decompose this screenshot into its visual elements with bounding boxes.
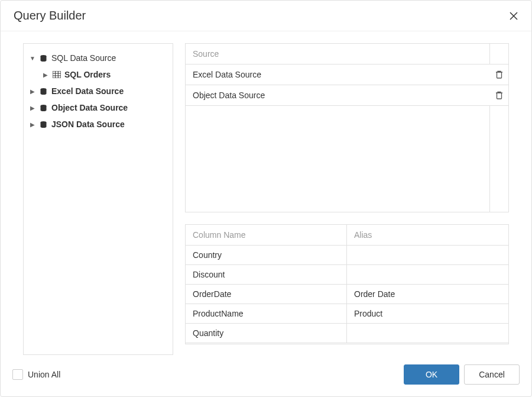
column-alias-cell[interactable]: Order Date: [347, 285, 508, 304]
chevron-right-icon: ▶: [30, 121, 35, 128]
tree-item-json-data-source[interactable]: ▶ JSON Data Source: [27, 116, 169, 133]
svg-rect-1: [53, 71, 61, 78]
chevron-right-icon: ▶: [30, 88, 35, 95]
database-icon: [39, 87, 48, 96]
column-alias-cell[interactable]: [347, 324, 508, 343]
column-alias-cell[interactable]: Product: [347, 304, 508, 323]
tree-item-label: Excel Data Source: [51, 86, 124, 96]
columns-grid: Column Name Alias Country Discount Order…: [185, 224, 509, 344]
tree-item-label: JSON Data Source: [51, 120, 125, 129]
columns-grid-body[interactable]: Country Discount OrderDate Order Date Pr…: [186, 246, 508, 344]
query-builder-dialog: Query Builder ▼ SQL Data Source ▶ SQL Or…: [0, 0, 532, 397]
database-icon: [39, 104, 48, 112]
chevron-right-icon: ▶: [43, 72, 48, 78]
dialog-title: Query Builder: [14, 9, 86, 22]
chevron-down-icon: ▼: [30, 55, 35, 62]
trash-icon: [495, 70, 503, 79]
columns-row[interactable]: Country: [186, 246, 508, 265]
delete-source-button[interactable]: [489, 85, 508, 105]
source-row[interactable]: Object Data Source: [186, 85, 508, 106]
dialog-header: Query Builder: [1, 1, 531, 31]
column-name-cell: Quantity: [186, 324, 347, 343]
columns-grid-header-row: Column Name Alias: [186, 225, 508, 246]
union-all-checkbox[interactable]: Union All: [12, 369, 60, 380]
column-name-cell: ProductName: [186, 304, 347, 323]
source-row[interactable]: Excel Data Source: [186, 64, 508, 85]
tree-item-label: Object Data Source: [51, 103, 128, 112]
column-name-cell: Discount: [186, 265, 347, 284]
tree-item-label: SQL Orders: [64, 70, 111, 79]
column-name-cell: Country: [186, 246, 347, 264]
tree-item-object-data-source[interactable]: ▶ Object Data Source: [27, 99, 169, 116]
column-alias-cell[interactable]: [347, 246, 508, 264]
data-source-tree: ▼ SQL Data Source ▶ SQL Orders ▶ Excel D…: [23, 43, 173, 355]
table-icon: [52, 70, 61, 79]
columns-row[interactable]: OrderDate Order Date: [186, 285, 508, 304]
column-alias-cell[interactable]: [347, 265, 508, 284]
source-row-label: Object Data Source: [186, 85, 489, 105]
database-icon: [39, 54, 48, 63]
source-action-header: [489, 44, 508, 64]
tree-item-label: SQL Data Source: [51, 53, 116, 63]
close-icon: [510, 12, 518, 20]
columns-row[interactable]: ProductName Product: [186, 304, 508, 324]
cancel-button[interactable]: Cancel: [464, 364, 520, 385]
chevron-right-icon: ▶: [30, 105, 35, 111]
checkbox-box: [12, 369, 23, 380]
union-all-label: Union All: [28, 370, 60, 379]
columns-row[interactable]: Quantity: [186, 324, 508, 343]
source-grid: Source Excel Data Source Object Data Sou…: [185, 43, 509, 212]
trash-icon: [495, 91, 503, 99]
source-row-label: Excel Data Source: [186, 64, 489, 85]
close-button[interactable]: [508, 10, 520, 22]
source-header: Source: [186, 44, 489, 64]
column-name-cell: OrderDate: [186, 285, 347, 304]
tree-item-sql-orders[interactable]: ▶ SQL Orders: [27, 66, 169, 83]
tree-item-sql-data-source[interactable]: ▼ SQL Data Source: [27, 50, 169, 66]
columns-row[interactable]: Discount: [186, 265, 508, 285]
column-name-header: Column Name: [186, 225, 347, 245]
alias-header: Alias: [347, 225, 508, 245]
delete-source-button[interactable]: [489, 64, 508, 85]
source-grid-body: [186, 106, 508, 212]
tree-item-excel-data-source[interactable]: ▶ Excel Data Source: [27, 83, 169, 99]
source-grid-header-row: Source: [186, 44, 508, 64]
ok-button[interactable]: OK: [404, 364, 459, 385]
dialog-footer: Union All OK Cancel: [1, 355, 531, 396]
database-icon: [39, 120, 48, 129]
